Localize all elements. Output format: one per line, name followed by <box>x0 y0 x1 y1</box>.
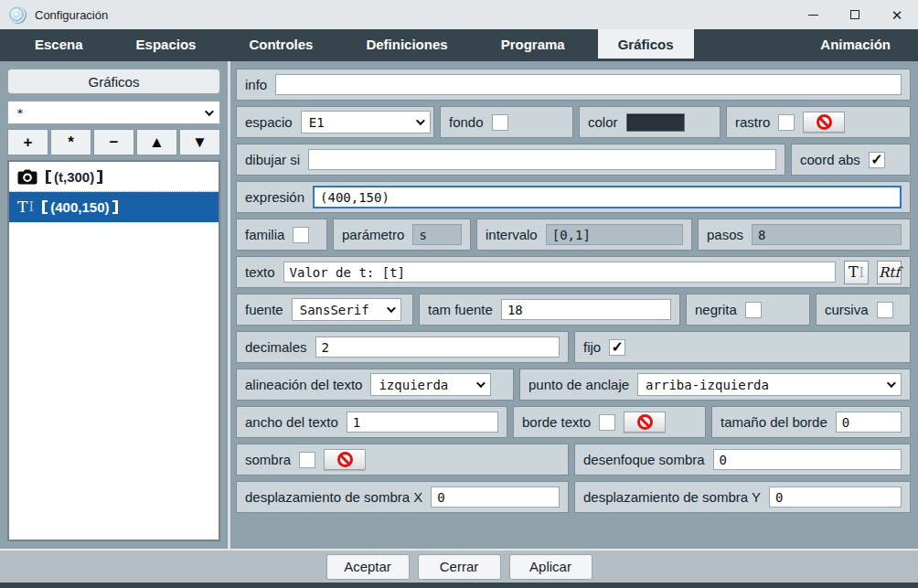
fuente-select[interactable]: SansSerif <box>292 298 401 321</box>
desenfoque-input[interactable] <box>713 449 902 470</box>
familia-label: familia <box>245 227 284 242</box>
decimales-group: decimales <box>236 331 569 363</box>
dibujar-si-group: dibujar si <box>236 144 785 176</box>
remove-graphic-button[interactable]: − <box>93 129 134 155</box>
decimales-input[interactable] <box>315 337 560 358</box>
borde-texto-checkbox[interactable] <box>599 414 615 431</box>
tab-programa[interactable]: Programa <box>481 29 585 59</box>
desenfoque-label: desenfoque sombra <box>583 452 705 467</box>
espacio-value: E1 <box>309 115 325 130</box>
move-up-button[interactable]: ▲ <box>136 129 177 155</box>
add-graphic-button[interactable]: + <box>7 129 48 155</box>
rastro-label: rastro <box>735 114 770 130</box>
chevron-down-icon <box>387 304 396 313</box>
alineacion-select[interactable]: izquierda <box>370 373 491 396</box>
tab-graficos[interactable]: Gráficos <box>598 29 694 59</box>
cursiva-group: cursiva <box>816 294 911 326</box>
espacio-select[interactable]: E1 <box>301 111 431 134</box>
anclaje-select[interactable]: arriba-izquierda <box>637 373 902 396</box>
sombra-x-input[interactable] <box>431 486 560 508</box>
cursiva-checkbox[interactable] <box>877 302 893 318</box>
duplicate-graphic-button[interactable]: * <box>50 129 91 155</box>
tab-animacion[interactable]: Animación <box>800 29 911 59</box>
list-item-text[interactable]: TI (400,150) <box>9 192 219 222</box>
borde-texto-group: borde texto <box>513 406 706 438</box>
move-down-button[interactable]: ▼ <box>179 129 220 155</box>
tab-definiciones[interactable]: Definiciones <box>346 29 467 59</box>
text-cursor-icon: I <box>859 266 865 279</box>
rastro-no-color-button[interactable] <box>803 112 845 133</box>
ancho-texto-input[interactable] <box>347 412 498 433</box>
sombra-checkbox[interactable] <box>299 452 315 468</box>
sombra-x-label: desplazamiento de sombra X <box>245 489 422 505</box>
negrita-checkbox[interactable] <box>745 302 762 318</box>
sombra-y-input[interactable] <box>769 486 902 508</box>
close-button[interactable]: ✕ <box>876 0 918 29</box>
pasos-input <box>752 224 902 245</box>
coord-abs-label: coord abs <box>800 152 860 167</box>
tab-controles[interactable]: Controles <box>229 29 333 59</box>
expresion-input[interactable] <box>313 186 902 208</box>
decimales-label: decimales <box>245 339 307 355</box>
plain-text-button[interactable]: TI <box>844 261 869 284</box>
texto-group: texto TI Rtf <box>236 256 911 288</box>
list-item-image[interactable]: (t,300) <box>9 162 219 192</box>
no-entry-icon <box>637 414 653 430</box>
minimize-button[interactable] <box>792 0 834 29</box>
intervalo-label: intervalo <box>486 227 538 242</box>
tamano-borde-label: tamaño del borde <box>721 414 827 430</box>
tamano-borde-input[interactable] <box>836 412 902 433</box>
maximize-icon <box>850 10 859 19</box>
fuente-value: SansSerif <box>300 303 369 317</box>
expresion-label: expresión <box>245 189 304 205</box>
sombra-label: sombra <box>245 452 291 467</box>
graphics-list: (t,300) TI (400,150) <box>7 160 220 541</box>
fijo-label: fijo <box>583 339 601 355</box>
cursiva-label: cursiva <box>825 302 869 317</box>
alineacion-value: izquierda <box>379 378 448 392</box>
pasos-group: pasos <box>698 219 911 251</box>
expresion-group: expresión <box>236 181 911 213</box>
negrita-group: negrita <box>686 294 810 326</box>
texto-label: texto <box>245 264 275 280</box>
tab-espacios[interactable]: Espacios <box>116 29 217 59</box>
tamano-borde-group: tamaño del borde <box>711 406 911 438</box>
rtf-text-button[interactable]: Rtf <box>877 261 902 284</box>
borde-texto-label: borde texto <box>522 414 591 430</box>
tab-escena[interactable]: Escena <box>15 29 103 59</box>
minimize-icon <box>808 15 818 16</box>
fijo-group: fijo <box>574 331 911 363</box>
color-label: color <box>588 114 618 130</box>
close-icon: ✕ <box>891 8 903 22</box>
borde-no-color-button[interactable] <box>624 412 666 433</box>
coord-abs-checkbox[interactable] <box>869 152 885 168</box>
graphics-sidebar: Gráficos * + * − ▲ ▼ (t,300) <box>0 61 230 549</box>
tam-fuente-input[interactable] <box>501 299 671 320</box>
sombra-no-color-button[interactable] <box>324 449 366 470</box>
familia-group: familia <box>236 219 327 251</box>
desenfoque-group: desenfoque sombra <box>574 444 911 476</box>
fuente-group: fuente SansSerif <box>236 294 413 326</box>
rastro-checkbox[interactable] <box>778 114 795 131</box>
dibujar-si-input[interactable] <box>308 149 776 170</box>
ancho-texto-group: ancho del texto <box>236 406 507 438</box>
no-entry-icon <box>817 114 832 130</box>
graphics-filter-select[interactable]: * <box>7 101 220 124</box>
sombra-y-group: desplazamiento de sombra Y <box>574 481 911 513</box>
info-input[interactable] <box>275 74 902 95</box>
familia-checkbox[interactable] <box>293 227 309 243</box>
fondo-checkbox[interactable] <box>492 114 508 131</box>
chevron-down-icon <box>887 379 896 388</box>
texto-input[interactable] <box>283 262 836 283</box>
accept-button[interactable]: Aceptar <box>326 554 410 580</box>
maximize-button[interactable] <box>834 0 876 29</box>
color-swatch[interactable] <box>626 113 685 132</box>
list-item-label: (t,300) <box>46 169 102 185</box>
fondo-group: fondo <box>440 106 573 138</box>
apply-button[interactable]: Aplicar <box>509 554 592 580</box>
close-dialog-button[interactable]: Cerrar <box>418 554 501 580</box>
tab-bar: Escena Espacios Controles Definiciones P… <box>0 29 918 59</box>
color-group: color <box>579 106 721 138</box>
fijo-checkbox[interactable] <box>609 339 625 356</box>
tam-fuente-group: tam fuente <box>419 294 680 326</box>
